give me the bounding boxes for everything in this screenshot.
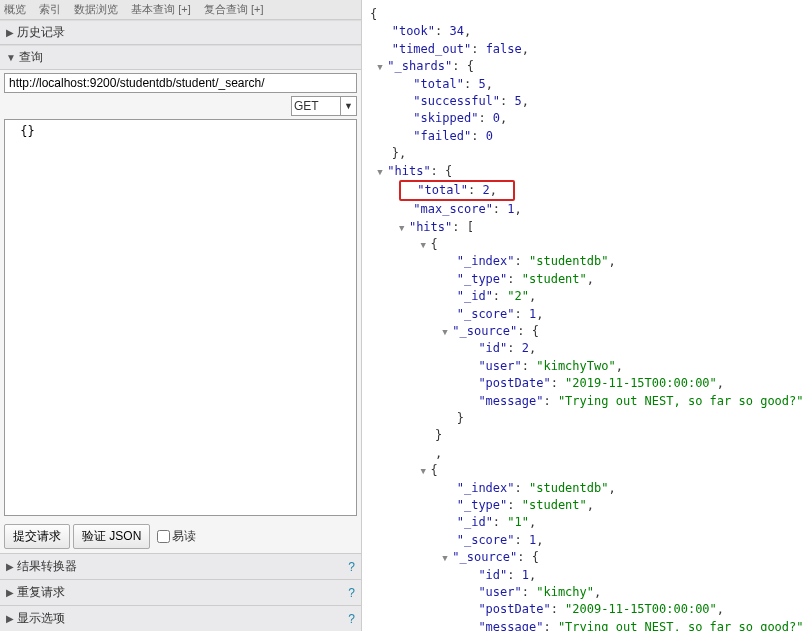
submit-button[interactable]: 提交请求 [4, 524, 70, 549]
tab-basic-query[interactable]: 基本查询 [+] [131, 3, 191, 15]
triangle-right-icon: ▶ [6, 561, 14, 572]
query-label: 查询 [19, 49, 43, 66]
collapse-toggle-icon[interactable]: ▼ [442, 326, 452, 339]
help-link[interactable]: ? [348, 560, 355, 574]
method-select[interactable]: GET [291, 96, 341, 116]
method-dropdown-arrow[interactable]: ▼ [341, 96, 357, 116]
tab-overview[interactable]: 概览 [4, 3, 26, 15]
triangle-right-icon: ▶ [6, 27, 14, 38]
highlight-total-hits: "total": 2, [399, 180, 515, 201]
collapse-toggle-icon[interactable]: ▼ [421, 465, 431, 478]
history-section-header[interactable]: ▶ 历史记录 [0, 20, 361, 45]
tabs-row: 概览 索引 数据浏览 基本查询 [+] 复合查询 [+] [0, 0, 361, 20]
repeat-request-section[interactable]: ▶重复请求 ? [0, 579, 361, 605]
result-transform-section[interactable]: ▶结果转换器 ? [0, 553, 361, 579]
left-panel: 概览 索引 数据浏览 基本查询 [+] 复合查询 [+] ▶ 历史记录 ▼ 查询… [0, 0, 362, 631]
collapse-toggle-icon[interactable]: ▼ [377, 61, 387, 74]
display-options-section[interactable]: ▶显示选项 ? [0, 605, 361, 631]
validate-json-button[interactable]: 验证 JSON [73, 524, 150, 549]
tab-index[interactable]: 索引 [39, 3, 61, 15]
url-input[interactable] [4, 73, 357, 93]
readable-checkbox[interactable] [157, 530, 170, 543]
triangle-down-icon: ▼ [6, 52, 16, 63]
help-link[interactable]: ? [348, 612, 355, 626]
history-label: 历史记录 [17, 24, 65, 41]
triangle-right-icon: ▶ [6, 613, 14, 624]
collapse-toggle-icon[interactable]: ▼ [399, 222, 409, 235]
query-section-header[interactable]: ▼ 查询 [0, 45, 361, 70]
collapse-toggle-icon[interactable]: ▼ [421, 239, 431, 252]
collapse-toggle-icon[interactable]: ▼ [442, 552, 452, 565]
request-body-textarea[interactable]: {} [4, 119, 357, 516]
triangle-right-icon: ▶ [6, 587, 14, 598]
readable-checkbox-label[interactable]: 易读 [157, 528, 196, 545]
tab-data-browse[interactable]: 数据浏览 [74, 3, 118, 15]
tab-compound-query[interactable]: 复合查询 [+] [204, 3, 264, 15]
json-response-panel: { "took": 34, "timed_out": false, ▼"_sha… [362, 0, 808, 631]
collapse-toggle-icon[interactable]: ▼ [377, 166, 387, 179]
help-link[interactable]: ? [348, 586, 355, 600]
